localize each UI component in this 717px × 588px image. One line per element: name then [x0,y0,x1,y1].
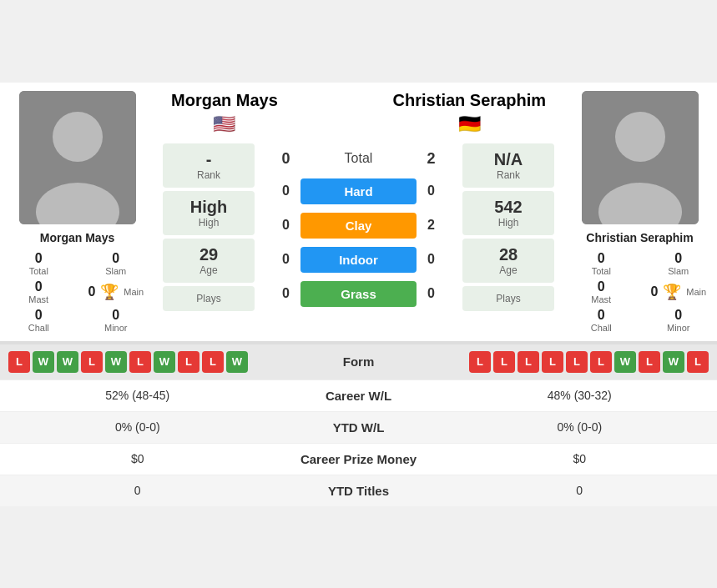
left-chall-stat: 0 Chall [4,308,73,333]
right-player-name: Christian Seraphim [586,231,693,244]
right-rank-card: N/A Rank [462,143,554,188]
stats-row: $0 Career Prize Money $0 [0,443,717,475]
stats-row-label: YTD W/L [267,420,451,435]
form-badge-right: W [614,351,636,373]
middle-content: - Rank High High 29 Age Plays [154,139,563,341]
form-badge-right: L [590,351,612,373]
left-high-card: High High [163,191,255,235]
svg-point-1 [53,112,103,162]
left-trophy-icon: 🏆 [100,283,119,301]
form-label: Form [275,354,442,369]
header-names: Morgan Mays 🇺🇸 Christian Seraphim 🇩🇪 [154,83,563,139]
stats-row-right-value: 0 [451,484,709,497]
right-player-stats: 0 Total 0 Slam 0 Mast 0 🏆 Main 0 [567,251,713,333]
form-badge-left: W [105,351,127,373]
main-container: Morgan Mays 0 Total 0 Slam 0 Mast 0 🏆 M [0,83,717,506]
stats-row-left-value: 0 [8,484,267,497]
stats-row-label: Career Prize Money [267,452,451,466]
form-badge-left: L [129,351,151,373]
stats-row-left-value: 52% (48-45) [8,389,267,402]
left-minor-stat: 0 Minor [82,308,151,333]
form-badge-right: W [663,351,684,373]
left-header-name: Morgan Mays [171,91,278,110]
right-total-stat: 0 Total [567,251,636,276]
left-slam-stat: 0 Slam [82,251,151,276]
right-header: Christian Seraphim 🇩🇪 [393,91,546,135]
right-minor-stat: 0 Minor [644,308,714,333]
form-badge-right: L [518,351,539,373]
left-avatar [19,91,136,224]
right-header-name: Christian Seraphim [393,91,546,110]
stats-row-left-value: $0 [8,452,267,465]
stats-row-right-value: 0% (0-0) [451,420,709,434]
top-section: Morgan Mays 0 Total 0 Slam 0 Mast 0 🏆 M [0,83,717,343]
form-badge-right: L [687,351,709,373]
form-section: LWWLWLWLLW Form LLLLLLWLWL [0,343,717,379]
stats-row-label: YTD Titles [267,484,451,498]
middle-section: Morgan Mays 🇺🇸 Christian Seraphim 🇩🇪 - R… [154,83,563,341]
right-slam-stat: 0 Slam [644,251,714,276]
form-badge-left: W [226,351,248,373]
form-badge-left: L [81,351,103,373]
svg-point-4 [615,112,665,162]
center-surfaces: 0 Total 2 0 Hard 0 0 Clay 2 [263,139,454,341]
stats-rows-container: 52% (48-45) Career W/L 48% (30-32) 0% (0… [0,379,717,506]
hard-row: 0 Hard 0 [263,174,454,209]
stats-row-label: Career W/L [267,389,451,403]
left-rank-card: - Rank [163,143,255,188]
left-player-name: Morgan Mays [40,231,114,244]
form-badge-left: W [57,351,78,373]
left-mast-stat: 0 Mast [4,279,73,304]
left-form-badges: LWWLWLWLLW [8,351,275,373]
right-age-card: 28 Age [462,239,554,283]
form-badge-right: L [566,351,588,373]
right-trophy-row: 0 🏆 Main [644,279,714,304]
hard-badge: Hard [300,178,417,204]
right-flag: 🇩🇪 [393,113,546,135]
left-flag: 🇺🇸 [171,113,278,135]
right-plays-card: Plays [462,286,554,311]
form-badge-right: L [542,351,563,373]
left-total-stat: 0 Total [4,251,73,276]
grass-badge: Grass [300,281,417,307]
form-badge-left: L [202,351,224,373]
stats-row-right-value: $0 [451,452,709,465]
total-row: 0 Total 2 [263,143,454,174]
right-stat-cards: N/A Rank 542 High 28 Age Plays [454,139,563,341]
stats-row: 0% (0-0) YTD W/L 0% (0-0) [0,411,717,443]
form-badge-right: L [639,351,660,373]
stats-row-right-value: 48% (30-32) [451,389,709,402]
indoor-row: 0 Indoor 0 [263,243,454,277]
stats-row: 0 YTD Titles 0 [0,475,717,506]
clay-badge: Clay [300,213,417,239]
left-player-stats: 0 Total 0 Slam 0 Mast 0 🏆 Main 0 [4,251,150,333]
stats-row: 52% (48-45) Career W/L 48% (30-32) [0,379,717,411]
left-age-card: 29 Age [163,239,255,283]
right-mast-stat: 0 Mast [567,279,636,304]
form-badge-left: W [33,351,54,373]
right-high-card: 542 High [462,191,554,235]
left-stat-cards: - Rank High High 29 Age Plays [154,139,263,341]
right-chall-stat: 0 Chall [567,308,636,333]
left-header: Morgan Mays 🇺🇸 [171,91,278,135]
indoor-badge: Indoor [300,247,417,273]
form-badge-right: L [493,351,515,373]
right-trophy-icon: 🏆 [663,283,681,301]
player-right: Christian Seraphim 0 Total 0 Slam 0 Mast… [563,83,717,341]
form-badge-left: L [178,351,199,373]
left-trophy-row: 0 🏆 Main [82,279,151,304]
stats-row-left-value: 0% (0-0) [8,420,267,434]
form-badge-right: L [469,351,491,373]
form-badge-left: W [154,351,175,373]
player-left: Morgan Mays 0 Total 0 Slam 0 Mast 0 🏆 M [0,83,154,341]
clay-row: 0 Clay 2 [263,209,454,243]
form-badge-left: L [8,351,30,373]
left-plays-card: Plays [163,286,255,311]
grass-row: 0 Grass 0 [263,277,454,311]
right-form-badges: LLLLLLWLWL [442,351,709,373]
right-avatar [582,91,699,224]
